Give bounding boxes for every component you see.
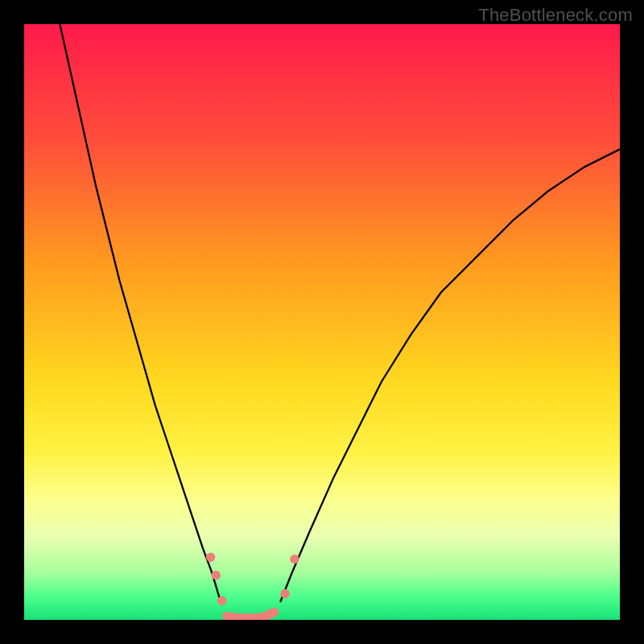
plot-area <box>24 24 620 620</box>
series-right-branch <box>280 149 620 601</box>
point-left-dot-1 <box>206 553 215 562</box>
series-left-branch <box>60 24 221 602</box>
series-valley-marker-line <box>227 612 275 617</box>
point-right-dot-2 <box>290 555 299 564</box>
point-left-dot-3 <box>217 597 226 605</box>
point-left-dot-2 <box>212 571 221 580</box>
chart-curves <box>24 24 620 620</box>
point-right-dot-1 <box>280 589 289 598</box>
chart-frame: TheBottleneck.com <box>0 0 644 644</box>
watermark-text: TheBottleneck.com <box>478 5 633 26</box>
